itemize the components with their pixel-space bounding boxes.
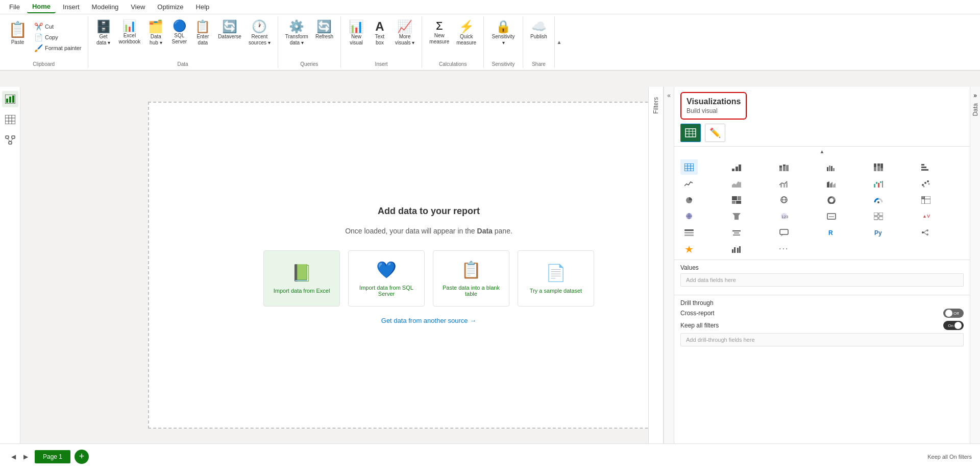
viz-icon-ribbon[interactable] bbox=[823, 176, 840, 191]
menu-help[interactable]: Help bbox=[191, 1, 215, 13]
menu-view[interactable]: View bbox=[126, 1, 150, 13]
viz-icon-pie[interactable] bbox=[680, 192, 698, 207]
svg-rect-38 bbox=[877, 163, 880, 166]
svg-rect-30 bbox=[783, 165, 786, 166]
build-format-icon[interactable]: ✏️ bbox=[705, 124, 725, 142]
viz-icon-stacked-bar[interactable] bbox=[775, 159, 793, 175]
dataverse-button[interactable]: 🔄 Dataverse bbox=[215, 18, 244, 42]
data-panel-label: Data bbox=[972, 103, 979, 116]
more-visuals-button[interactable]: 📈 Morevisuals ▾ bbox=[392, 18, 418, 48]
queries-label: Queries bbox=[282, 61, 336, 68]
viz-icon-scatter[interactable] bbox=[917, 176, 935, 191]
viz-icon-kpi[interactable]: ▲V bbox=[917, 208, 935, 224]
viz-collapse-left-button[interactable]: « bbox=[664, 87, 674, 443]
add-page-button[interactable]: + bbox=[75, 450, 89, 464]
next-page-button[interactable]: ▶ bbox=[20, 452, 31, 462]
sql-server-button[interactable]: 🔵 SQLServer bbox=[168, 18, 190, 47]
svg-rect-14 bbox=[685, 129, 696, 137]
viz-icon-gauge[interactable] bbox=[870, 192, 887, 207]
keep-all-filters-toggle[interactable]: On bbox=[943, 321, 964, 330]
viz-icon-horizontal-bar[interactable] bbox=[917, 159, 935, 175]
paste-button[interactable]: 📋 Paste bbox=[4, 18, 31, 47]
excel-workbook-button[interactable]: 📊 Excelworkbook bbox=[116, 18, 144, 47]
prev-page-button[interactable]: ◀ bbox=[8, 452, 18, 462]
viz-icon-multi-card[interactable] bbox=[870, 208, 887, 224]
recent-sources-label: Recentsources ▾ bbox=[249, 34, 271, 46]
svg-rect-36 bbox=[874, 163, 876, 167]
transform-data-button[interactable]: ⚙️ Transformdata ▾ bbox=[282, 18, 311, 48]
recent-sources-button[interactable]: 🕐 Recentsources ▾ bbox=[246, 18, 274, 48]
svg-rect-48 bbox=[786, 182, 788, 187]
text-box-button[interactable]: A Textbox bbox=[369, 18, 391, 48]
viz-icon-filled-map[interactable] bbox=[680, 208, 698, 224]
viz-icon-decomp-tree[interactable] bbox=[917, 225, 935, 240]
viz-icon-card[interactable] bbox=[823, 208, 840, 224]
page-1-tab[interactable]: Page 1 bbox=[35, 450, 70, 463]
enter-data-button[interactable]: 📋 Enterdata bbox=[191, 18, 214, 48]
refresh-button[interactable]: 🔄 Refresh bbox=[312, 18, 336, 42]
viz-icon-qna[interactable] bbox=[775, 225, 793, 240]
data-hub-button[interactable]: 🗂️ Datahub ▾ bbox=[144, 18, 167, 48]
viz-icon-line[interactable] bbox=[680, 176, 698, 191]
ribbon-collapse-button[interactable]: ▲ bbox=[554, 16, 564, 68]
sensitivity-button[interactable]: 🔒 Sensitivity ▾ bbox=[488, 18, 519, 48]
viz-icon-100-stacked[interactable] bbox=[870, 159, 887, 175]
viz-icon-donut[interactable] bbox=[823, 192, 840, 207]
data-hub-label: Datahub ▾ bbox=[150, 34, 162, 46]
enter-data-label: Enterdata bbox=[197, 34, 209, 46]
viz-icon-map[interactable] bbox=[775, 192, 793, 207]
menu-optimize[interactable]: Optimize bbox=[152, 1, 188, 13]
get-data-button[interactable]: 🗄️ Getdata ▾ bbox=[92, 18, 115, 48]
svg-rect-3 bbox=[12, 96, 14, 103]
viz-icon-bar[interactable] bbox=[728, 159, 745, 175]
format-painter-button[interactable]: 🖌️ Format painter bbox=[32, 43, 84, 53]
cut-button[interactable]: ✂️ Cut bbox=[32, 21, 84, 32]
viz-icon-treemap[interactable] bbox=[728, 192, 745, 207]
new-visual-button[interactable]: 📊 Newvisual bbox=[345, 18, 368, 48]
get-data-icon: 🗄️ bbox=[96, 20, 111, 33]
build-table-icon[interactable] bbox=[680, 124, 701, 142]
import-excel-card[interactable]: 📗 Import data from Excel bbox=[263, 250, 340, 307]
menu-home[interactable]: Home bbox=[27, 1, 56, 13]
sample-dataset-card[interactable]: 📄 Try a sample dataset bbox=[518, 250, 594, 307]
viz-icon-text[interactable] bbox=[728, 225, 745, 240]
menu-insert[interactable]: Insert bbox=[58, 1, 85, 13]
get-data-another-source-link[interactable]: Get data from another source → bbox=[381, 317, 476, 324]
viz-icon-azure-map[interactable]: 123 bbox=[775, 208, 793, 224]
import-sql-card[interactable]: 💙 Import data from SQL Server bbox=[348, 250, 425, 307]
drill-through-drop-zone[interactable]: Add drill-through fields here bbox=[680, 333, 964, 346]
values-drop-zone[interactable]: Add data fields here bbox=[680, 273, 964, 287]
viz-icon-more[interactable]: ··· bbox=[775, 241, 793, 256]
viz-icon-waterfall[interactable] bbox=[870, 176, 887, 191]
new-measure-button[interactable]: Σ Newmeasure bbox=[426, 18, 452, 47]
viz-icon-matrix[interactable] bbox=[917, 192, 935, 207]
quick-measure-button[interactable]: ⚡ Quickmeasure bbox=[453, 18, 479, 48]
sensitivity-label-section: Sensitivity bbox=[488, 61, 519, 68]
report-view-button[interactable] bbox=[2, 91, 18, 107]
menu-file[interactable]: File bbox=[4, 1, 25, 13]
svg-rect-39 bbox=[877, 166, 880, 171]
viz-icon-slicer[interactable] bbox=[680, 225, 698, 240]
paste-table-card[interactable]: 📋 Paste data into a blank table bbox=[433, 250, 509, 307]
viz-icon-ai-insights[interactable] bbox=[680, 241, 698, 256]
table-view-button[interactable] bbox=[2, 111, 18, 128]
viz-icon-r-visual[interactable]: R bbox=[823, 225, 840, 240]
data-panel-expand-button[interactable]: » Data bbox=[970, 87, 980, 443]
data-section: 🗄️ Getdata ▾ 📊 Excelworkbook 🗂️ Datahub … bbox=[88, 16, 278, 68]
expand-button[interactable]: ▲ bbox=[816, 148, 829, 155]
copy-button[interactable]: 📄 Copy bbox=[32, 32, 84, 42]
viz-icon-area[interactable] bbox=[728, 176, 745, 191]
publish-button[interactable]: ☁️ Publish bbox=[527, 18, 550, 42]
cross-report-toggle[interactable]: Off bbox=[943, 309, 964, 318]
viz-icon-small-multiples[interactable] bbox=[728, 241, 745, 256]
viz-icon-table[interactable] bbox=[680, 159, 698, 175]
viz-icon-clustered-bar[interactable] bbox=[823, 159, 840, 175]
model-view-button[interactable] bbox=[2, 132, 18, 148]
svg-rect-31 bbox=[786, 165, 789, 171]
viz-icon-line-clustered[interactable] bbox=[775, 176, 793, 191]
viz-icon-python[interactable]: Py bbox=[870, 225, 887, 240]
viz-icon-funnel[interactable] bbox=[728, 208, 745, 224]
filters-label[interactable]: Filters bbox=[652, 97, 659, 114]
svg-marker-79 bbox=[732, 213, 741, 220]
menu-modeling[interactable]: Modeling bbox=[87, 1, 124, 13]
